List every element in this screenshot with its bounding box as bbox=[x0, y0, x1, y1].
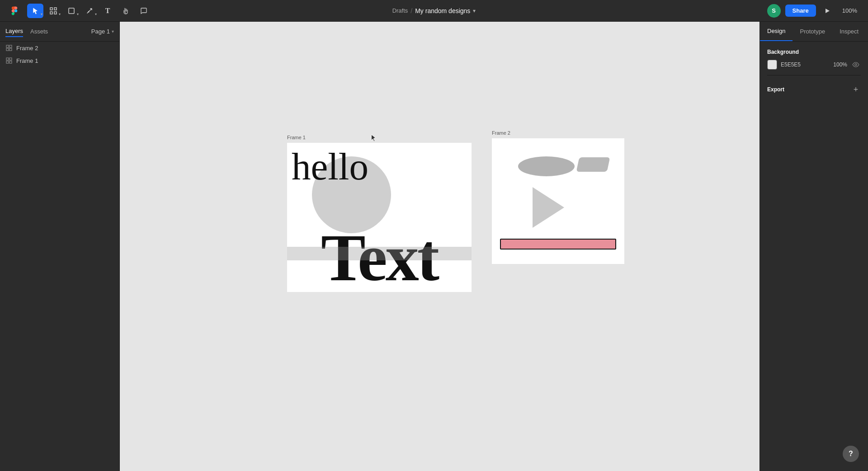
panel-divider bbox=[767, 75, 861, 75]
shape-tool[interactable]: ▾ bbox=[63, 4, 80, 18]
svg-rect-10 bbox=[6, 58, 9, 60]
frame2-bar bbox=[500, 239, 616, 250]
share-button[interactable]: Share bbox=[785, 5, 816, 17]
hand-tool[interactable] bbox=[118, 4, 134, 18]
frame-tool-chevron: ▾ bbox=[59, 12, 61, 16]
svg-rect-12 bbox=[6, 61, 9, 63]
cursor-indicator bbox=[370, 134, 377, 142]
left-sidebar: Layers Assets Page 1 ▾ Frame 2 bbox=[0, 22, 120, 471]
background-color-row: E5E5E5 100% bbox=[767, 60, 861, 70]
tab-prototype[interactable]: Prototype bbox=[793, 22, 832, 41]
layer-frame1-label: Frame 1 bbox=[16, 57, 38, 64]
background-section-title: Background bbox=[767, 49, 861, 55]
toolbar-left: ▾ ▾ ▾ ▾ bbox=[7, 4, 152, 18]
svg-point-5 bbox=[88, 11, 90, 12]
shape-tool-chevron: ▾ bbox=[77, 12, 79, 16]
logo-button[interactable] bbox=[7, 4, 22, 18]
frame-tool[interactable]: ▾ bbox=[45, 4, 61, 18]
layer-frame1-icon bbox=[5, 57, 13, 64]
sidebar-tabs: Layers Assets Page 1 ▾ bbox=[0, 22, 119, 42]
add-export-button[interactable]: + bbox=[851, 85, 861, 94]
help-button[interactable]: ? bbox=[843, 446, 859, 462]
frame2-content bbox=[492, 138, 624, 264]
pen-tool-chevron: ▾ bbox=[95, 12, 97, 16]
right-sidebar-tabs: Design Prototype Inspect bbox=[760, 22, 868, 42]
frame1-stripe bbox=[287, 247, 472, 260]
comment-tool[interactable] bbox=[136, 4, 152, 18]
layer-frame-icon bbox=[5, 44, 13, 52]
svg-rect-0 bbox=[50, 8, 52, 10]
frame2-arrow bbox=[533, 187, 564, 228]
breadcrumb: Drafts / My random designs ▾ bbox=[392, 7, 476, 14]
svg-rect-6 bbox=[6, 45, 9, 47]
frame1-hello-text: hello bbox=[292, 147, 368, 186]
frame2-container[interactable]: Frame 2 bbox=[492, 138, 624, 264]
tab-assets[interactable]: Assets bbox=[30, 26, 48, 37]
layer-frame2[interactable]: Frame 2 bbox=[0, 42, 119, 54]
drafts-link[interactable]: Drafts bbox=[392, 7, 408, 14]
frame2-label: Frame 2 bbox=[492, 130, 510, 136]
svg-rect-11 bbox=[9, 58, 12, 60]
present-button[interactable] bbox=[821, 4, 834, 18]
svg-rect-4 bbox=[69, 8, 74, 14]
svg-rect-8 bbox=[6, 48, 9, 51]
svg-rect-13 bbox=[9, 61, 12, 63]
frame2-oval bbox=[518, 156, 575, 176]
move-tool[interactable]: ▾ bbox=[27, 4, 43, 18]
topbar: ▾ ▾ ▾ ▾ bbox=[0, 0, 868, 22]
svg-rect-3 bbox=[54, 12, 57, 14]
background-color-swatch[interactable] bbox=[767, 60, 777, 70]
tab-design[interactable]: Design bbox=[760, 22, 793, 41]
svg-rect-9 bbox=[9, 48, 12, 51]
frame1-container[interactable]: Frame 1 hello Text bbox=[287, 143, 472, 292]
svg-rect-1 bbox=[54, 8, 57, 10]
topbar-right: S Share 100% bbox=[767, 4, 861, 18]
pen-tool[interactable]: ▾ bbox=[81, 4, 98, 18]
zoom-control[interactable]: 100% bbox=[839, 5, 861, 16]
canvas[interactable]: Frame 1 hello Text Frame 2 bbox=[120, 22, 760, 471]
breadcrumb-sep: / bbox=[410, 7, 412, 14]
project-title[interactable]: My random designs bbox=[415, 7, 470, 14]
frame1-content: hello Text bbox=[287, 143, 472, 292]
export-section: Export + bbox=[767, 85, 861, 94]
text-tool[interactable]: T bbox=[99, 4, 116, 18]
svg-rect-2 bbox=[50, 12, 52, 14]
page-selector[interactable]: Page 1 ▾ bbox=[91, 28, 114, 35]
background-hex-value[interactable]: E5E5E5 bbox=[781, 61, 830, 68]
user-avatar[interactable]: S bbox=[767, 4, 781, 18]
svg-point-14 bbox=[855, 64, 857, 66]
frame2-bow bbox=[576, 157, 610, 172]
svg-rect-7 bbox=[9, 45, 12, 47]
move-tool-chevron: ▾ bbox=[41, 12, 42, 16]
tab-layers[interactable]: Layers bbox=[5, 26, 23, 37]
tab-inspect[interactable]: Inspect bbox=[832, 22, 866, 41]
design-panel: Background E5E5E5 100% Export + bbox=[760, 42, 868, 102]
page-selector-chevron: ▾ bbox=[112, 29, 114, 34]
frame1-label: Frame 1 bbox=[287, 135, 306, 140]
right-sidebar: Design Prototype Inspect Background E5E5… bbox=[760, 22, 868, 471]
export-label: Export bbox=[767, 86, 784, 93]
main-content: Layers Assets Page 1 ▾ Frame 2 bbox=[0, 22, 868, 471]
visibility-toggle[interactable] bbox=[851, 60, 861, 70]
layer-frame1[interactable]: Frame 1 bbox=[0, 54, 119, 67]
background-opacity[interactable]: 100% bbox=[833, 61, 847, 68]
title-chevron[interactable]: ▾ bbox=[473, 8, 476, 14]
layer-frame2-label: Frame 2 bbox=[16, 45, 38, 52]
page-selector-label: Page 1 bbox=[91, 28, 110, 35]
